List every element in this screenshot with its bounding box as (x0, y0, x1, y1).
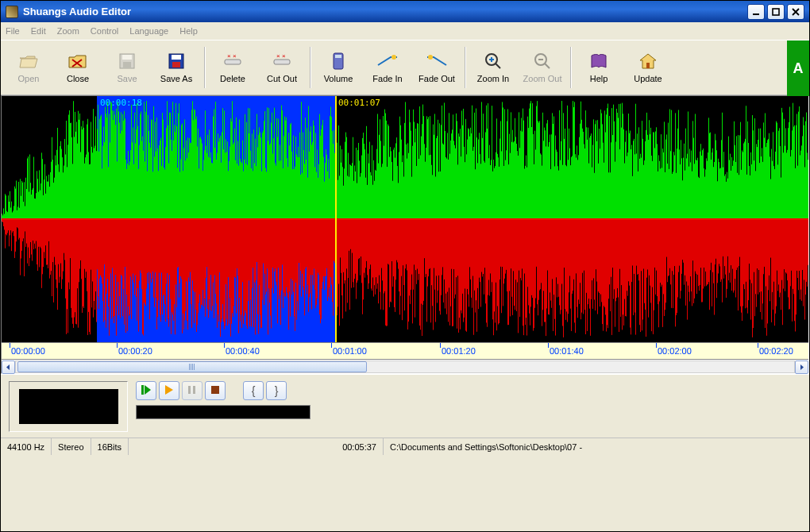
saveas-button[interactable]: Save As (152, 44, 201, 91)
status-samplerate: 44100 Hz (1, 438, 52, 455)
close-button[interactable]: Close (53, 44, 102, 91)
toolbar-label: Fade Out (418, 74, 455, 83)
time-ruler[interactable]: 00:00:0000:00:2000:00:4000:01:0000:01:20… (2, 342, 808, 360)
titlebar: Shuangs Audio Editor (0, 0, 810, 22)
toolbar-label: Open (18, 74, 40, 83)
save-button: Save (102, 44, 152, 91)
svg-rect-21 (193, 386, 195, 394)
progress-bar[interactable] (136, 405, 310, 419)
menubar: File Edit Zoom Control Language Help (1, 22, 809, 40)
stop-icon (210, 385, 220, 396)
delete-eraser-icon: × × (222, 52, 244, 71)
ruler-tick: 00:01:00 (331, 343, 367, 359)
ruler-tick: 00:01:20 (440, 343, 476, 359)
svg-point-14 (392, 55, 396, 60)
floppy-icon (116, 52, 138, 71)
update-button[interactable]: Update (623, 44, 673, 91)
volume-book-icon (327, 52, 349, 71)
toolbar-label: Save As (160, 74, 192, 83)
status-duration: 00:05:37 (336, 438, 384, 455)
help-book-icon (588, 52, 610, 71)
mark-out-button[interactable]: } (266, 381, 287, 400)
house-icon (637, 52, 659, 71)
scroll-left-button[interactable] (2, 360, 15, 374)
toolbar: OpenCloseSaveSave As× ×Delete× ×Cut OutV… (1, 40, 809, 95)
window-title: Shuangs Audio Editor (23, 6, 747, 17)
status-path: C:\Documents and Settings\Softonic\Deskt… (384, 438, 809, 455)
scroll-thumb[interactable] (17, 361, 367, 372)
ruler-tick: 00:00:40 (224, 343, 260, 359)
stop-button[interactable] (205, 381, 226, 400)
svg-rect-19 (141, 385, 144, 395)
floppy-blue-icon (165, 52, 187, 71)
toolbar-label: Zoom In (477, 74, 509, 83)
menu-zoom[interactable]: Zoom (57, 26, 79, 36)
cutout-button[interactable]: × ×Cut Out (257, 44, 307, 91)
toolbar-label: Update (634, 74, 662, 83)
transport-buttons: {} (136, 381, 310, 400)
brace-close-icon: } (275, 384, 279, 397)
selection-end-label: 00:01:07 (338, 98, 380, 108)
svg-rect-1 (773, 9, 779, 15)
volume-button[interactable]: Volume (314, 44, 363, 91)
close-folder-icon (67, 52, 89, 71)
preview-box (9, 381, 128, 432)
fadein-button[interactable]: Fade In (363, 44, 412, 91)
svg-rect-3 (122, 55, 132, 60)
svg-rect-13 (335, 55, 341, 58)
center-line (2, 218, 808, 220)
menu-language[interactable]: Language (129, 26, 168, 36)
cutout-eraser-icon: × × (271, 52, 293, 71)
playhead-cursor[interactable] (335, 96, 337, 342)
svg-rect-7 (172, 62, 180, 67)
menu-edit[interactable]: Edit (31, 26, 46, 36)
mark-in-button[interactable]: { (243, 381, 264, 400)
svg-rect-0 (753, 13, 759, 15)
svg-text:×   ×: × × (276, 53, 286, 60)
toolbar-label: Cut Out (267, 74, 297, 83)
toolbar-label: Save (117, 74, 137, 83)
svg-text:× ×: × × (227, 53, 237, 60)
fadein-icon (376, 52, 399, 71)
statusbar: 44100 Hz Stereo 16Bits 00:05:37 C:\Docum… (1, 438, 809, 455)
toolbar-label: Help (590, 74, 608, 83)
zoom-in-icon (482, 52, 504, 71)
zoomin-button[interactable]: Zoom In (469, 44, 518, 91)
svg-rect-8 (225, 60, 241, 64)
scroll-right-button[interactable] (795, 360, 808, 374)
zoomout-button: Zoom Out (518, 44, 567, 91)
ruler-tick: 00:00:20 (117, 343, 152, 359)
delete-button[interactable]: × ×Delete (208, 44, 257, 91)
svg-rect-20 (188, 386, 191, 394)
ruler-tick: 00:00:00 (10, 343, 45, 359)
status-channels: Stereo (52, 438, 91, 455)
ruler-tick: 00:01:40 (548, 343, 584, 359)
toolbar-label: Delete (220, 74, 245, 83)
zoom-out-icon (531, 52, 554, 71)
menu-help[interactable]: Help (179, 26, 198, 36)
close-button[interactable] (787, 4, 804, 20)
fadeout-button[interactable]: Fade Out (412, 44, 461, 91)
scroll-track[interactable] (15, 360, 795, 373)
selection-start-label: 00:00:18 (100, 98, 142, 108)
maximize-button[interactable] (767, 4, 785, 20)
pause-icon (187, 385, 197, 396)
h-scrollbar[interactable] (2, 360, 808, 373)
fadeout-icon (426, 52, 448, 71)
menu-file[interactable]: File (6, 26, 20, 36)
help-button[interactable]: Help (574, 44, 623, 91)
corner-badge[interactable]: A (787, 40, 809, 96)
waveform-display[interactable]: 00:00:18 00:01:07 (2, 96, 808, 342)
toolbar-label: Fade In (372, 74, 402, 83)
play-icon (164, 385, 174, 396)
toolbar-label: Zoom Out (523, 74, 562, 83)
minimize-button[interactable] (747, 4, 765, 20)
svg-rect-22 (211, 386, 219, 394)
svg-rect-18 (646, 63, 650, 68)
menu-control[interactable]: Control (91, 26, 118, 36)
preview-waveform[interactable] (19, 389, 118, 424)
app-icon (6, 6, 18, 18)
play-start-button[interactable] (136, 381, 156, 400)
play-button[interactable] (159, 381, 179, 400)
pause-button (182, 381, 202, 400)
